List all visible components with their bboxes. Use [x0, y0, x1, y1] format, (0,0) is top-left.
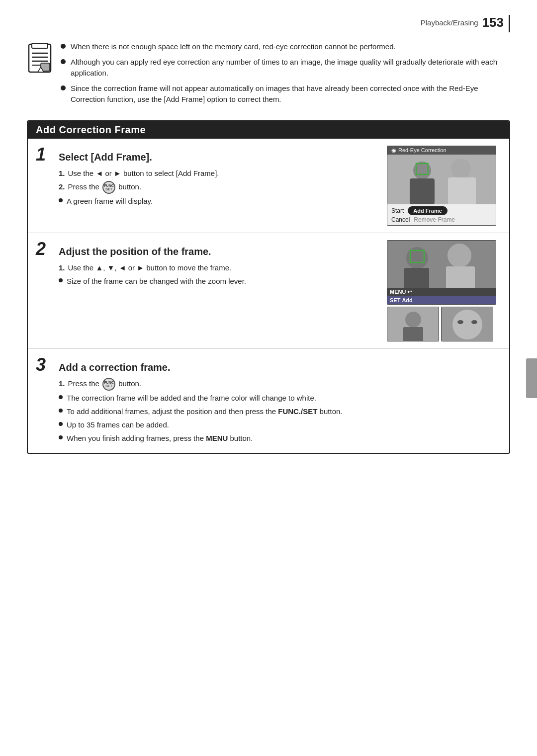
svg-point-17: [448, 244, 471, 267]
camera-titlebar-text: Red-Eye Correction: [398, 147, 447, 153]
svg-rect-22: [403, 327, 423, 341]
set-bar: SET Add: [387, 296, 496, 304]
step-2: 2 Adjust the position of the frame. 1. U…: [28, 233, 509, 349]
step-3-bullet-2: To add additional frames, adjust the pos…: [59, 406, 501, 418]
step-2-left: 2 Adjust the position of the frame. 1. U…: [36, 240, 377, 289]
step-3-bullet-dot-3: [59, 422, 63, 426]
note-text-1: When there is not enough space left on t…: [71, 41, 396, 53]
eye-icon: ◉: [391, 147, 396, 154]
menu-bar: MENU ↩: [387, 288, 496, 296]
bullet-1: [61, 44, 66, 49]
func-btn-1: FUNCSET: [102, 181, 115, 194]
camera-buttons-row: Start Add Frame Cancel Remove Frame: [387, 204, 496, 225]
step-3: 3 Add a correction frame. 1. Press the F…: [28, 349, 509, 453]
step-1-sub-1: 1. Use the ◄ or ► button to select [Add …: [59, 168, 377, 179]
menu-arrow: ↩: [407, 289, 412, 295]
step-1-sub-2-num: 2.: [59, 181, 65, 193]
func-btn-2: FUNCSET: [102, 378, 115, 391]
sidebar-tab: [526, 358, 537, 398]
camera-btn-row-1: Start Add Frame: [391, 206, 492, 215]
camera-overlay-bars: MENU ↩ SET Add: [387, 288, 496, 304]
camera-titlebar: ◉ Red-Eye Correction: [387, 146, 496, 155]
step-3-header: 3 Add a correction frame.: [36, 356, 501, 374]
step-2-body: 1. Use the ▲, ▼, ◄ or ► button to move t…: [59, 262, 377, 287]
camera-main-photo: MENU ↩ SET Add: [387, 240, 496, 305]
page: Playback/Erasing 153 When there is not e…: [0, 0, 537, 756]
step-3-bullet-text-3: Up to 35 frames can be added.: [67, 419, 169, 431]
svg-rect-10: [410, 178, 435, 204]
set-label: SET: [390, 297, 400, 303]
page-header: Playback/Erasing 153: [27, 15, 510, 32]
step-1-body: 1. Use the ◄ or ► button to select [Add …: [59, 168, 377, 207]
camera-ui-1: ◉ Red-Eye Correction: [387, 146, 496, 226]
step-3-bullet-text-1: The correction frame will be added and t…: [67, 392, 316, 404]
note-content: When there is not enough space left on t…: [61, 41, 510, 109]
svg-point-24: [452, 310, 482, 339]
svg-point-11: [451, 159, 471, 178]
step-3-left: 3 Add a correction frame. 1. Press the F…: [36, 356, 501, 446]
step-3-body: 1. Press the FUNCSET button. The correct…: [59, 378, 501, 444]
camera-thumb-2: [441, 307, 493, 341]
note-icon: [27, 42, 53, 74]
svg-rect-8: [387, 155, 496, 204]
step-2-title: Adjust the position of the frame.: [59, 246, 211, 257]
step-1-title: Select [Add Frame].: [59, 151, 152, 163]
page-number: 153: [482, 15, 504, 30]
step-2-number: 2: [36, 240, 52, 258]
step-3-bullet-1: The correction frame will be added and t…: [59, 392, 501, 404]
step-2-bullet-1: Size of the frame can be changed with th…: [59, 275, 377, 287]
step-3-sub-1-num: 1.: [59, 378, 65, 390]
menu-label: MENU: [390, 289, 406, 295]
bullet-2: [61, 59, 66, 64]
note-text-2: Although you can apply red eye correctio…: [71, 57, 510, 79]
svg-point-26: [471, 320, 477, 324]
step-3-bullet-dot-4: [59, 435, 63, 439]
step-3-sub-1-text: Press the FUNCSET button.: [68, 378, 142, 391]
step-2-header: 2 Adjust the position of the frame.: [36, 240, 377, 258]
step-1-number: 1: [36, 146, 52, 164]
step-1-left: 1 Select [Add Frame]. 1. Use the ◄ or ► …: [36, 146, 377, 209]
step-3-number: 3: [36, 356, 52, 374]
note-item-1: When there is not enough space left on t…: [61, 41, 510, 53]
section-title: Add Correction Frame: [28, 121, 509, 139]
step-2-bullet-text: Size of the frame can be changed with th…: [67, 275, 246, 287]
step-3-bullet-dot-1: [59, 395, 63, 399]
step-1-header: 1 Select [Add Frame].: [36, 146, 377, 164]
note-box: When there is not enough space left on t…: [27, 41, 510, 109]
svg-rect-12: [448, 177, 476, 204]
step-1-sub-2-text: Press the FUNCSET button.: [68, 181, 142, 194]
step-3-bullet-text-2: To add additional frames, adjust the pos…: [67, 406, 343, 418]
step-3-bullet-dot-2: [59, 409, 63, 413]
camera-photo-area-1: [387, 155, 496, 204]
thumb-svg-2: [442, 307, 493, 341]
step-1-bullet-1: A green frame will display.: [59, 195, 377, 207]
step-2-sub-1-text: Use the ▲, ▼, ◄ or ► button to move the …: [68, 262, 232, 274]
main-section: Add Correction Frame 1 Select [Add Frame…: [27, 120, 510, 454]
step-3-bullet-3: Up to 35 frames can be added.: [59, 419, 501, 431]
step-1-bullet-dot: [59, 198, 63, 202]
note-item-3: Since the correction frame will not appe…: [61, 83, 510, 105]
step-1-bullet-text: A green frame will display.: [67, 195, 153, 207]
svg-rect-1: [32, 43, 48, 48]
start-label: Start: [391, 207, 404, 214]
camera-btn-row-2: Cancel Remove Frame: [391, 216, 492, 223]
cancel-label: Cancel: [391, 216, 410, 223]
camera-thumb-1: [387, 307, 439, 341]
step-2-bullet-dot: [59, 278, 63, 282]
step-3-sub-1: 1. Press the FUNCSET button.: [59, 378, 501, 391]
camera-ui-2: MENU ↩ SET Add: [387, 240, 496, 341]
note-item-2: Although you can apply red eye correctio…: [61, 57, 510, 79]
step-2-sub-1: 1. Use the ▲, ▼, ◄ or ► button to move t…: [59, 262, 377, 274]
step-1-sub-2: 2. Press the FUNCSET button.: [59, 181, 377, 194]
svg-point-21: [405, 312, 421, 328]
camera-photo-svg-1: [387, 155, 496, 204]
step-3-bullet-4: When you finish adding frames, press the…: [59, 432, 501, 444]
section-label: Playback/Erasing: [421, 18, 478, 27]
step-3-bullet-text-4: When you finish adding frames, press the…: [67, 432, 253, 444]
note-svg-icon: [27, 42, 53, 74]
svg-point-25: [457, 320, 463, 324]
set-action: Add: [402, 297, 412, 303]
camera-thumb-row: [387, 307, 496, 341]
step-1-right: ◉ Red-Eye Correction: [387, 146, 501, 226]
step-1-sub-1-num: 1.: [59, 168, 65, 179]
